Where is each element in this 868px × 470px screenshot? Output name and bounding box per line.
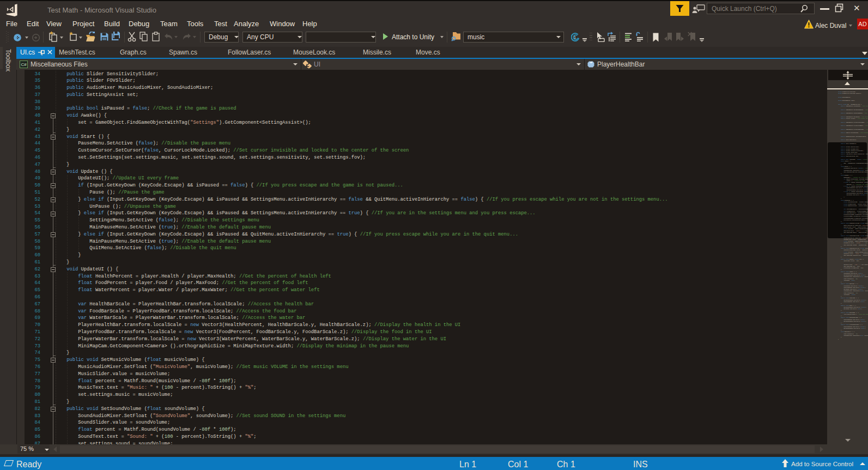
- svg-text:C#: C#: [21, 62, 27, 67]
- svg-text:1: 1: [574, 35, 576, 40]
